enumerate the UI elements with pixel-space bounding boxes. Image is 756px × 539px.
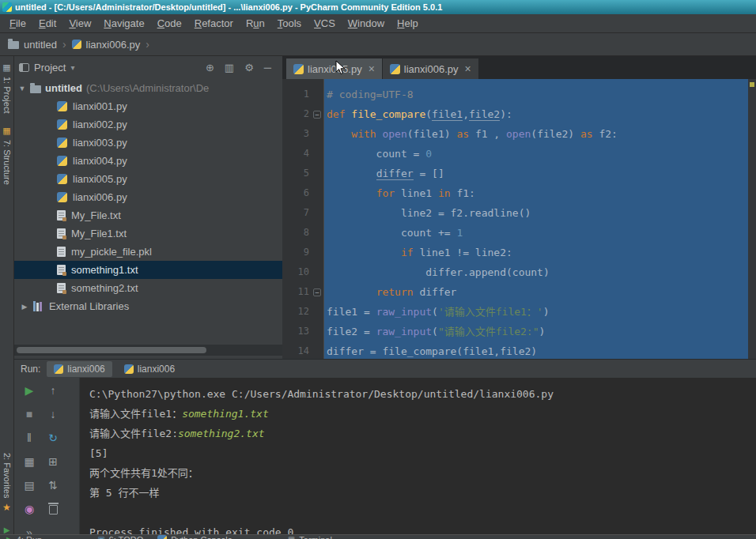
menu-label-part: indow [357, 17, 384, 29]
tree-item[interactable]: lianxi001.py [14, 97, 282, 115]
tree-item[interactable]: My_File1.txt [14, 224, 282, 243]
toolwindow-favorites-button[interactable]: 2: Favorites ★ [2, 453, 12, 513]
collapse-arrow-icon[interactable]: ▼ [18, 85, 26, 92]
fold-marker-icon[interactable]: − [313, 111, 321, 119]
project-root-row[interactable]: ▼ untitled (C:\Users\Administrator\De [14, 79, 282, 97]
rerun-button[interactable]: ▶ [25, 384, 34, 397]
close-icon[interactable]: × [369, 62, 375, 75]
horizontal-scrollbar[interactable] [17, 347, 206, 353]
clear-console-button[interactable] [49, 505, 58, 514]
tree-item-label: lianxi002.py [73, 119, 127, 130]
title-bar[interactable]: untitled - [C:/Users/Administrator/Deskt… [0, 0, 756, 14]
statusbar-label: 6: TODO [109, 535, 144, 539]
menu-mnemonic: F [9, 17, 16, 29]
toolwindow-structure-button[interactable]: ▦ 7: Structure [2, 126, 12, 185]
toolwindow-project-button[interactable]: ▦ 1: Project [2, 62, 12, 113]
menu-item-edit[interactable]: Edit [32, 16, 62, 31]
editor-tab[interactable]: lianxi005.py× [286, 58, 383, 79]
statusbar-label: Terminal [299, 535, 332, 539]
code-line: count += 1 [327, 223, 748, 243]
menu-item-navigate[interactable]: Navigate [97, 16, 150, 31]
console-text: 请输入文件file1： [89, 408, 182, 420]
external-libraries-row[interactable]: ▶ External Libraries [14, 297, 282, 315]
menu-item-vcs[interactable]: VCS [308, 16, 342, 31]
show-console-button[interactable]: ▦ [24, 455, 34, 468]
editor-tab[interactable]: lianxi006.py× [383, 58, 479, 79]
pin-tab-button[interactable]: ◉ [25, 503, 34, 515]
tree-item[interactable]: something2.txt [14, 279, 282, 297]
hide-panel-icon[interactable]: ─ [264, 62, 271, 74]
console-view-button[interactable]: ▤ [24, 479, 34, 492]
tree-item[interactable]: lianxi006.py [14, 188, 282, 206]
line-number: 13 [282, 322, 323, 341]
menu-item-view[interactable]: View [62, 16, 97, 31]
breadcrumb-item[interactable]: lianxi006.py [72, 39, 141, 51]
line-number: 4 [282, 144, 323, 164]
menu-item-run[interactable]: Run [240, 16, 271, 31]
run-tab[interactable]: lianxi006 [47, 361, 112, 377]
project-panel-title[interactable]: Project [34, 62, 66, 74]
pycharm-app-icon [2, 2, 12, 12]
console-text: 请输入文件file2: [89, 428, 178, 439]
down-stack-trace-button[interactable]: ↓ [51, 408, 56, 420]
menu-label-part: ode [164, 17, 182, 29]
menu-item-refactor[interactable]: Refactor [188, 16, 240, 31]
tree-item-label: lianxi001.py [73, 100, 127, 112]
locate-icon[interactable]: ⊕ [206, 62, 214, 74]
run-toolwindow-icon[interactable]: ▶ [4, 526, 10, 534]
statusbar-item[interactable]: ▶4: Run [6, 535, 42, 539]
statusbar-label: Python Console [171, 535, 232, 539]
up-stack-trace-button[interactable]: ↑ [51, 384, 56, 397]
menu-item-window[interactable]: Window [342, 16, 391, 31]
statusbar-item[interactable]: ▣6: TODO [97, 535, 143, 539]
tree-item[interactable]: my_pickle_file.pkl [14, 243, 282, 261]
console-line: [5] [89, 443, 756, 463]
split-panels-icon[interactable]: ▥ [225, 62, 234, 74]
menu-label-part: ools [282, 17, 301, 29]
code-token: ( [432, 326, 438, 337]
run-console[interactable]: C:\Python27\python.exe C:/Users/Administ… [79, 378, 756, 534]
code-line: differ = [] [327, 164, 748, 183]
tree-item-label: lianxi003.py [73, 137, 127, 149]
project-panel-icon [19, 63, 29, 72]
tree-item[interactable]: lianxi002.py [14, 115, 282, 134]
code-token: ) [539, 326, 546, 337]
console-line: Process finished with exit code 0 [89, 522, 756, 534]
tree-item-label: my_pickle_file.pkl [71, 246, 152, 258]
tree-item[interactable]: lianxi005.py [14, 170, 282, 188]
gear-icon[interactable]: ⚙ [244, 62, 254, 74]
menu-item-help[interactable]: Help [391, 16, 425, 31]
tree-item[interactable]: lianxi004.py [14, 152, 282, 170]
tree-item[interactable]: something1.txt [14, 261, 282, 279]
expand-arrow-icon[interactable]: ▶ [21, 303, 28, 311]
tree-item[interactable]: lianxi003.py [14, 134, 282, 152]
breadcrumb-item[interactable]: untitled [8, 39, 57, 51]
tab-label: lianxi006.py [404, 63, 459, 75]
scroll-to-end-button[interactable]: ⇅ [48, 479, 58, 492]
console-line [89, 503, 756, 522]
editor-code[interactable]: # coding=UTF-8def file_compare(file1,fil… [324, 79, 748, 359]
code-token: differ.append(count) [327, 266, 550, 278]
menu-item-code[interactable]: Code [151, 16, 188, 31]
code-token: open [506, 128, 531, 140]
code-line: line2 = f2.readline() [327, 203, 748, 223]
menu-label-part: elp [404, 17, 418, 29]
fold-marker-icon[interactable]: − [313, 288, 321, 296]
tree-item[interactable]: My_File.txt [14, 206, 282, 224]
chevron-down-icon[interactable]: ▾ [70, 63, 74, 72]
console-line: 请输入文件file2:something2.txt [89, 424, 756, 443]
pause-output-button[interactable]: ‖ [27, 432, 32, 444]
statusbar-item[interactable]: ▦Terminal [288, 535, 332, 539]
stop-button[interactable]: ■ [26, 408, 32, 420]
menu-item-file[interactable]: File [3, 16, 32, 31]
run-panel-header: Run: lianxi006lianxi006 [14, 359, 756, 378]
run-tab[interactable]: lianxi006 [117, 361, 182, 377]
close-icon[interactable]: × [465, 62, 471, 75]
menu-item-tools[interactable]: Tools [271, 16, 308, 31]
statusbar-item[interactable]: Python Console [157, 535, 232, 539]
restart-button[interactable]: ↻ [48, 432, 58, 444]
editor-tabs: lianxi005.py×lianxi006.py× [282, 56, 756, 79]
line-number: 8 [282, 223, 323, 243]
split-console-button[interactable]: ⊞ [48, 455, 58, 468]
tree-item-label: lianxi005.py [73, 173, 127, 185]
